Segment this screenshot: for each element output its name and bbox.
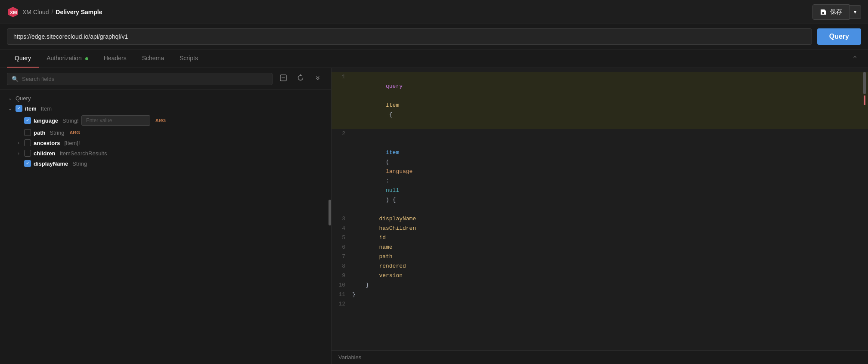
variables-footer: Variables <box>332 350 868 364</box>
field-type-children: ItemSearchResults <box>60 150 107 157</box>
right-panel: 1 query Item { 2 item ( language : <box>332 68 868 364</box>
breadcrumb-project: Delivery Sample <box>56 9 102 15</box>
line-num-4: 4 <box>332 224 352 233</box>
tree-scrollbar[interactable] <box>329 200 331 225</box>
code-line-12: 12 <box>332 299 868 309</box>
search-fields-input[interactable] <box>22 76 268 82</box>
line-content-3: displayName <box>352 214 868 224</box>
left-panel: 🔍 <box>0 68 332 364</box>
line-num-1: 1 <box>332 72 352 82</box>
code-line-1: 1 query Item { <box>332 72 868 129</box>
tree-item-children[interactable]: › children ItemSearchResults <box>0 148 331 158</box>
field-name-ancestors: ancestors <box>34 140 60 146</box>
breadcrumb-separator: / <box>51 9 53 15</box>
chevron-down-icon: ⌄ <box>7 96 13 101</box>
refresh-button[interactable] <box>294 72 307 85</box>
tab-headers[interactable]: Headers <box>96 49 134 68</box>
tree-item-path[interactable]: path String ARG <box>0 127 331 138</box>
line-content-2: item ( language : null ) { <box>352 129 868 214</box>
line-num-8: 8 <box>332 262 352 271</box>
tree-root-query[interactable]: ⌄ Query <box>0 93 331 103</box>
chevron-right-icon: › <box>16 151 22 156</box>
checkbox-ancestors[interactable] <box>24 139 31 146</box>
tabs-left: Query Authorization Headers Schema Scrip… <box>7 49 206 68</box>
checkbox-item[interactable] <box>16 105 22 112</box>
svg-text:XM: XM <box>10 10 17 15</box>
query-button[interactable]: Query <box>817 28 861 45</box>
line-num-10: 10 <box>332 281 352 290</box>
editor-error-indicator <box>864 96 865 105</box>
search-icon: 🔍 <box>12 76 19 82</box>
code-line-2: 2 item ( language : null ) { <box>332 129 868 214</box>
top-bar-left: XM XM Cloud / Delivery Sample <box>7 6 102 18</box>
variables-label: Variables <box>338 354 361 361</box>
authorization-dot-indicator <box>85 57 88 60</box>
language-arg-badge: ARG <box>155 118 166 123</box>
field-name-language: language <box>34 117 58 124</box>
save-button[interactable]: 保存 <box>812 4 849 20</box>
collapse-panel-button[interactable]: ⌃ <box>849 51 861 66</box>
code-line-7: 7 path <box>332 252 868 262</box>
editor-gutter <box>861 68 868 364</box>
search-toolbar: 🔍 <box>0 68 331 90</box>
line-content-1: query Item { <box>352 72 868 129</box>
endpoint-url-input[interactable] <box>7 28 812 45</box>
save-dropdown-button[interactable]: ▾ <box>849 5 861 19</box>
checkbox-children[interactable] <box>24 150 31 157</box>
line-num-12: 12 <box>332 299 352 309</box>
tree-item-item[interactable]: ⌄ item Item <box>0 103 331 114</box>
language-arg-input[interactable] <box>81 115 150 126</box>
line-num-11: 11 <box>332 290 352 299</box>
search-input-wrap: 🔍 <box>7 73 273 85</box>
checkbox-displayname[interactable] <box>24 160 31 167</box>
line-content-9: version <box>352 271 868 281</box>
collapse-tree-button[interactable] <box>311 72 324 85</box>
top-bar: XM XM Cloud / Delivery Sample 保存 ▾ <box>0 0 868 24</box>
tabs-bar: Query Authorization Headers Schema Scrip… <box>0 49 868 68</box>
line-content-8: rendered <box>352 262 868 271</box>
tab-schema[interactable]: Schema <box>134 49 172 68</box>
path-arg-badge: ARG <box>69 130 80 135</box>
top-bar-right: 保存 ▾ <box>812 4 861 20</box>
code-line-9: 9 version <box>332 271 868 281</box>
code-line-5: 5 id <box>332 233 868 243</box>
uncheck-all-button[interactable] <box>277 72 290 85</box>
line-num-5: 5 <box>332 233 352 243</box>
tree-item-displayname[interactable]: displayName String <box>0 158 331 169</box>
checkbox-language[interactable] <box>24 117 31 124</box>
line-content-7: path <box>352 252 868 262</box>
breadcrumb-app: XM Cloud <box>22 9 49 15</box>
tree-item-ancestors[interactable]: › ancestors [Item]! <box>0 138 331 148</box>
tab-query[interactable]: Query <box>7 49 39 68</box>
code-line-6: 6 name <box>332 243 868 252</box>
line-num-9: 9 <box>332 271 352 281</box>
save-label: 保存 <box>830 8 842 16</box>
checkbox-path[interactable] <box>24 129 31 136</box>
url-bar: Query <box>0 24 868 49</box>
editor-scrollbar-thumb[interactable] <box>863 72 866 94</box>
code-line-4: 4 hasChildren <box>332 224 868 233</box>
code-line-10: 10 } <box>332 281 868 290</box>
line-num-3: 3 <box>332 214 352 224</box>
field-name-displayname: displayName <box>34 160 68 167</box>
tab-scripts[interactable]: Scripts <box>172 49 206 68</box>
line-content-10: } <box>352 281 868 290</box>
field-name-path: path <box>34 130 45 136</box>
tree-item-language[interactable]: language String! ARG <box>0 114 331 127</box>
field-name-item: item <box>25 105 37 112</box>
chevron-down-icon: ▾ <box>854 9 856 15</box>
tab-authorization[interactable]: Authorization <box>39 49 96 68</box>
code-line-11: 11 } <box>332 290 868 299</box>
query-root-label: Query <box>16 95 31 102</box>
code-line-8: 8 rendered <box>332 262 868 271</box>
chevron-down-icon: ⌄ <box>7 106 13 111</box>
field-type-item: Item <box>41 105 52 112</box>
breadcrumb: XM Cloud / Delivery Sample <box>22 9 102 15</box>
code-editor[interactable]: 1 query Item { 2 item ( language : <box>332 68 868 350</box>
xm-cloud-logo-icon: XM <box>7 6 19 18</box>
line-num-6: 6 <box>332 243 352 252</box>
line-content-12 <box>352 299 868 309</box>
line-content-6: name <box>352 243 868 252</box>
line-num-2: 2 <box>332 129 352 139</box>
uncheck-all-icon <box>279 74 287 82</box>
